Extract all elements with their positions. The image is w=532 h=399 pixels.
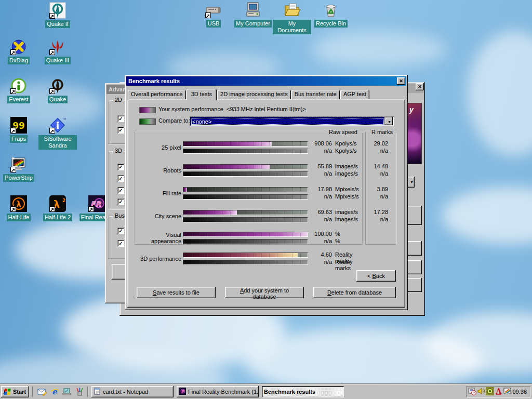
quake2-icon — [49, 2, 66, 19]
system-value: 100.00 — [306, 231, 332, 237]
shortcut-arrow-icon — [88, 206, 94, 212]
desktop-icon-quake3[interactable]: Quake III — [38, 38, 77, 64]
ati-icon[interactable]: A — [495, 387, 503, 396]
task-button-1[interactable]: card.txt - Notepad — [91, 386, 174, 397]
desktop-icon-mydocuments[interactable]: My Documents — [273, 2, 311, 34]
checkbox[interactable]: ✓ — [117, 187, 124, 194]
chevron-down-icon[interactable]: ▼ — [384, 117, 393, 125]
compare-unit: images/s — [335, 170, 366, 177]
checkbox[interactable]: ✓ — [117, 228, 124, 234]
svg-text:λ: λ — [16, 200, 21, 209]
back-button[interactable]: < Back — [356, 270, 396, 282]
system-unit: Kpolys/s — [335, 140, 366, 147]
compare-legend-swatch — [139, 118, 156, 125]
desktop-icon-recyclebin[interactable]: Recycle Bin — [312, 2, 350, 28]
checkbox[interactable]: ✓ — [117, 198, 124, 205]
desktop-icon-label: DxDiag — [8, 57, 30, 64]
desktop-icon-everest[interactable]: Everest — [0, 77, 38, 103]
shortcut-arrow-icon — [10, 49, 16, 55]
r-mark-compare-value: n/a — [367, 193, 388, 200]
r-mark-value: 29.02 — [367, 140, 388, 147]
compare-unit: Reality marks — [335, 259, 366, 271]
shortcut-arrow-icon — [10, 88, 16, 94]
desktop-icon-label: PowerStrip — [3, 174, 34, 182]
desktop-icon-usb[interactable]: USB — [194, 2, 233, 28]
volume-icon[interactable] — [477, 387, 485, 396]
mydocuments-icon — [284, 2, 300, 18]
outlook-express-icon[interactable] — [37, 387, 47, 396]
tab-panel: Your system performance <933 MHz Intel P… — [127, 99, 405, 308]
internet-explorer-icon[interactable]: e — [50, 387, 59, 396]
delete-from-database-button[interactable]: Delete from database — [313, 287, 396, 298]
group-2d-label: 2D — [113, 97, 124, 103]
checkbox[interactable]: ✓ — [117, 115, 124, 122]
quake3-icon — [49, 38, 66, 55]
desktop-icon-label: Quake — [48, 96, 68, 103]
desktop-icon-halflife2[interactable]: λ2Half-Life 2 — [38, 195, 77, 221]
r-mark-compare-value: n/a — [367, 148, 388, 154]
desktop-icon-sandra[interactable]: TMSiSoftware Sandra — [38, 117, 77, 150]
system-value: 4.60 — [306, 251, 332, 258]
save-results-button[interactable]: Save results to file — [137, 287, 216, 298]
dialog-titlebar: Benchmark results — [126, 76, 406, 86]
tab-strip: Overall performance3D tests2D image proc… — [128, 89, 370, 99]
notepad-icon — [94, 388, 101, 396]
system-value: 55.89 — [306, 163, 332, 169]
desktop-icon-quake[interactable]: Quake — [38, 77, 77, 103]
tab-overall-performance[interactable]: Overall performance — [128, 90, 186, 99]
tab-3d-tests[interactable]: 3D tests — [187, 89, 217, 100]
shortcut-arrow-icon — [49, 88, 55, 94]
scheduler-icon[interactable] — [468, 387, 476, 396]
checkbox[interactable]: ✓ — [117, 175, 124, 182]
add-to-database-button[interactable]: Add your system to database — [225, 287, 304, 298]
desktop-icon-dxdiag[interactable]: DxDiag — [0, 38, 38, 64]
channels-icon[interactable] — [75, 387, 84, 396]
row-label: Robots — [136, 163, 181, 178]
desktop-icon-label: Half-Life 2 — [43, 214, 72, 221]
tab-2d-image-processing-tests[interactable]: 2D image processing tests — [217, 90, 291, 99]
task-button-2[interactable]: FFinal Reality Benchmark (1... — [177, 386, 259, 397]
compare-unit: % — [335, 238, 366, 244]
clock: 09:36 — [512, 389, 530, 395]
fraps-icon: 99 — [10, 117, 27, 134]
powerstrip-tray-icon[interactable] — [503, 387, 512, 396]
desktop-icon-halflife[interactable]: λHalf-Life — [0, 195, 38, 221]
checkbox[interactable]: ✓ — [117, 127, 124, 134]
nvidia-icon[interactable] — [486, 387, 494, 396]
compare-combobox[interactable]: <none> ▼ — [190, 116, 394, 126]
desktop-icon-fraps[interactable]: 99Fraps — [0, 117, 38, 143]
chevron-down-icon[interactable]: ▼ — [407, 177, 415, 188]
shortcut-arrow-icon — [49, 13, 55, 19]
compare-unit: images/s — [335, 216, 366, 222]
shortcut-arrow-icon — [10, 206, 16, 212]
compare-value: n/a — [306, 170, 332, 177]
system-unit: Mpixels/s — [335, 186, 366, 192]
tab-agp-test[interactable]: AGP test — [340, 90, 369, 99]
desktop-icon-quake2[interactable]: Quake II — [38, 2, 77, 28]
tab-bus-transfer-rate[interactable]: Bus transfer rate — [291, 90, 340, 99]
close-icon[interactable]: ✕ — [397, 77, 405, 85]
show-desktop-icon[interactable] — [62, 387, 72, 396]
taskbar-separator — [32, 387, 33, 397]
checkbox[interactable]: ✓ — [117, 240, 124, 247]
desktop-icon-label: Quake III — [45, 57, 71, 64]
svg-text:e: e — [52, 387, 58, 396]
desktop-icon-label: SiSoftware Sandra — [38, 135, 77, 150]
row-label: 3D performance — [136, 251, 181, 267]
desktop-icon-powerstrip[interactable]: PowerStrip — [0, 156, 38, 182]
desktop-icon-mycomputer[interactable]: My Computer — [234, 2, 272, 28]
taskbar-separator — [87, 387, 88, 397]
close-icon[interactable]: ✕ — [416, 83, 424, 90]
compare-value: n/a — [306, 148, 332, 154]
benchmark-results-dialog: Benchmark results ✕ Overall performance3… — [125, 75, 408, 310]
compare-unit: Mpixels/s — [335, 193, 366, 200]
r-marks-label: R marks — [370, 129, 394, 136]
task-label: card.txt - Notepad — [103, 389, 148, 395]
desktop-icon-label: USB — [206, 20, 221, 28]
system-value: 908.06 — [306, 140, 332, 147]
start-button[interactable]: Start — [1, 386, 29, 397]
compare-result-bar — [183, 149, 308, 154]
task-button-3[interactable]: Benchmark results — [262, 386, 344, 397]
checkbox[interactable]: ✓ — [117, 164, 124, 170]
row-label: Visual appearance — [136, 230, 181, 246]
